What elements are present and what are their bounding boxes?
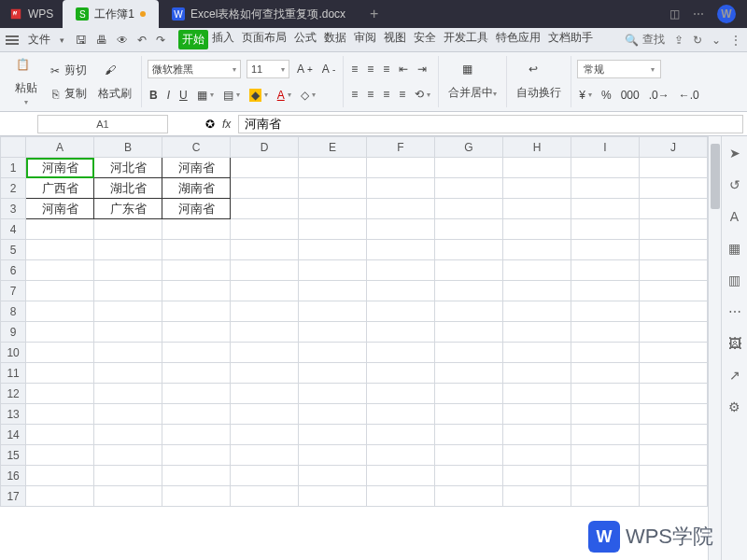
cell-I7[interactable]: [571, 281, 639, 301]
cell-I1[interactable]: [571, 158, 639, 178]
indent-inc-button[interactable]: ⇥: [416, 61, 429, 77]
row-header-1[interactable]: 1: [1, 158, 26, 178]
cell-A9[interactable]: [26, 322, 94, 343]
cell-E14[interactable]: [299, 425, 367, 445]
fill-cell-button[interactable]: ▤▾: [221, 87, 242, 104]
font-name-select[interactable]: 微软雅黑▾: [148, 60, 241, 78]
hamburger-icon[interactable]: [6, 34, 19, 47]
cell-F7[interactable]: [367, 281, 435, 301]
sync-icon[interactable]: ↻: [693, 34, 702, 47]
cell-C14[interactable]: [162, 425, 231, 445]
cell-E2[interactable]: [299, 178, 367, 199]
cell-E13[interactable]: [299, 404, 367, 425]
cell-F16[interactable]: [367, 466, 435, 486]
row-header-13[interactable]: 13: [1, 404, 26, 425]
cell-G4[interactable]: [435, 219, 503, 240]
cell-I10[interactable]: [571, 343, 639, 363]
cell-E1[interactable]: [299, 158, 367, 178]
tab-doc[interactable]: W Excel表格如何查找重复项.docx: [159, 0, 359, 28]
cell-A6[interactable]: [26, 260, 94, 281]
cell-F17[interactable]: [367, 486, 435, 507]
ribbon-tab-start[interactable]: 开始: [178, 30, 208, 49]
cell-E11[interactable]: [299, 363, 367, 384]
cell-H5[interactable]: [503, 240, 571, 260]
cell-I6[interactable]: [571, 260, 639, 281]
cell-A8[interactable]: [26, 301, 94, 322]
ribbon-tab-data[interactable]: 数据: [320, 30, 350, 49]
row-header-2[interactable]: 2: [1, 178, 26, 199]
cell-C11[interactable]: [162, 363, 231, 384]
cell-D15[interactable]: [231, 445, 299, 466]
cell-H15[interactable]: [503, 445, 571, 466]
cell-B9[interactable]: [94, 322, 162, 343]
align-right-button[interactable]: ≡: [381, 86, 391, 103]
cell-D5[interactable]: [231, 240, 299, 260]
cell-D9[interactable]: [231, 322, 299, 343]
col-header-F[interactable]: F: [367, 137, 435, 158]
align-center-button[interactable]: ≡: [365, 86, 375, 103]
cell-C12[interactable]: [162, 384, 231, 404]
font-size-select[interactable]: 11▾: [247, 60, 289, 78]
increase-font-button[interactable]: A+: [295, 61, 315, 77]
history-icon[interactable]: ↺: [729, 177, 740, 192]
comma-button[interactable]: 000: [619, 87, 641, 104]
cell-G14[interactable]: [435, 425, 503, 445]
row-header-4[interactable]: 4: [1, 219, 26, 240]
ribbon-tab-special[interactable]: 特色应用: [492, 30, 544, 49]
col-header-I[interactable]: I: [571, 137, 639, 158]
cell-B2[interactable]: 湖北省: [94, 178, 162, 199]
search-button[interactable]: 🔍 查找: [625, 32, 665, 48]
cell-G8[interactable]: [435, 301, 503, 322]
cell-J1[interactable]: [639, 158, 707, 178]
cell-H7[interactable]: [503, 281, 571, 301]
cell-D1[interactable]: [231, 158, 299, 178]
settings-icon[interactable]: ⚙: [728, 399, 740, 414]
cell-H1[interactable]: [503, 158, 571, 178]
cell-H13[interactable]: [503, 404, 571, 425]
cell-G10[interactable]: [435, 343, 503, 363]
cell-B3[interactable]: 广东省: [94, 199, 162, 219]
cell-J8[interactable]: [639, 301, 707, 322]
cell-I12[interactable]: [571, 384, 639, 404]
select-tool-icon[interactable]: ➤: [729, 146, 740, 161]
row-header-3[interactable]: 3: [1, 199, 26, 219]
cell-H4[interactable]: [503, 219, 571, 240]
cell-D8[interactable]: [231, 301, 299, 322]
cell-B15[interactable]: [94, 445, 162, 466]
more-tools-icon[interactable]: ⋯: [728, 304, 741, 319]
tab-workbook[interactable]: S 工作簿1: [63, 0, 159, 28]
insert-function-icon[interactable]: ✪: [205, 118, 215, 131]
border-button[interactable]: ▦▾: [195, 87, 216, 104]
cell-J7[interactable]: [639, 281, 707, 301]
fill-color-button[interactable]: ◆▾: [247, 87, 270, 104]
cell-F10[interactable]: [367, 343, 435, 363]
cell-J16[interactable]: [639, 466, 707, 486]
cell-D4[interactable]: [231, 219, 299, 240]
cell-D7[interactable]: [231, 281, 299, 301]
number-format-select[interactable]: 常规▾: [577, 60, 661, 78]
ribbon-tab-insert[interactable]: 插入: [208, 30, 238, 49]
cell-I2[interactable]: [571, 178, 639, 199]
cell-G6[interactable]: [435, 260, 503, 281]
bold-button[interactable]: B: [148, 87, 160, 104]
new-tab-button[interactable]: +: [359, 6, 389, 22]
clear-format-button[interactable]: ◇▾: [299, 87, 317, 104]
cell-B1[interactable]: 河北省: [94, 158, 162, 178]
collapse-ribbon-icon[interactable]: ⌄: [712, 34, 721, 47]
italic-button[interactable]: I: [165, 87, 172, 104]
ribbon-tab-review[interactable]: 审阅: [350, 30, 380, 49]
cell-G11[interactable]: [435, 363, 503, 384]
row-header-5[interactable]: 5: [1, 240, 26, 260]
cell-I13[interactable]: [571, 404, 639, 425]
cell-H17[interactable]: [503, 486, 571, 507]
cell-C8[interactable]: [162, 301, 231, 322]
cell-C2[interactable]: 湖南省: [162, 178, 231, 199]
cell-I16[interactable]: [571, 466, 639, 486]
cell-J3[interactable]: [639, 199, 707, 219]
formula-input[interactable]: 河南省: [238, 115, 743, 133]
inc-decimal-button[interactable]: .0→: [647, 87, 671, 104]
cell-B13[interactable]: [94, 404, 162, 425]
col-header-C[interactable]: C: [162, 137, 231, 158]
col-header-B[interactable]: B: [94, 137, 162, 158]
row-header-6[interactable]: 6: [1, 260, 26, 281]
